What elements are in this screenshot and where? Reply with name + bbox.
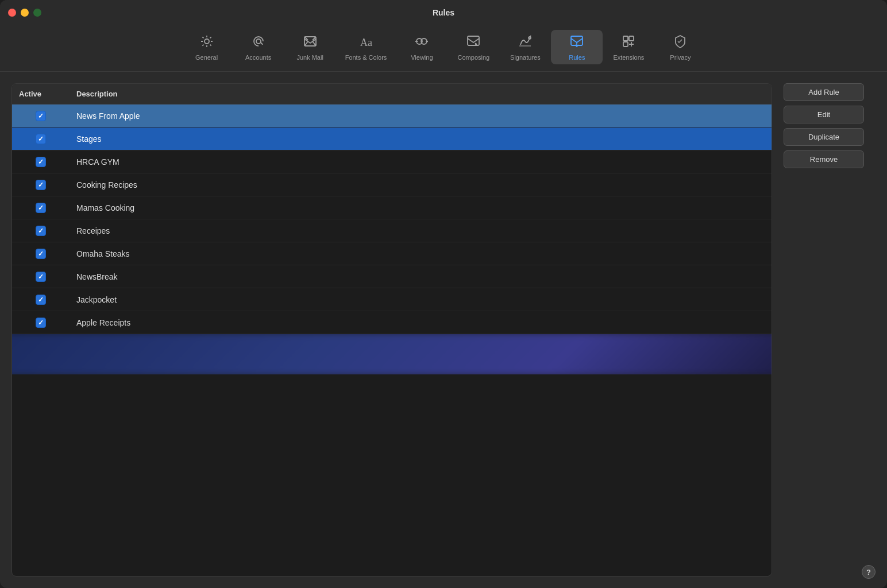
gear-icon xyxy=(199,33,215,52)
traffic-lights xyxy=(8,9,41,17)
signatures-icon xyxy=(517,33,533,52)
active-cell: ✓ xyxy=(12,111,70,121)
rules-icon xyxy=(569,33,585,52)
toolbar-item-accounts[interactable]: Accounts xyxy=(233,30,284,64)
checkmark: ✓ xyxy=(38,296,44,303)
checkbox[interactable]: ✓ xyxy=(36,318,46,328)
svg-point-0 xyxy=(205,39,209,44)
checkbox[interactable]: ✓ xyxy=(36,226,46,236)
main-window: Rules General Accounts xyxy=(0,0,887,588)
remove-button[interactable]: Remove xyxy=(784,150,864,168)
svg-point-1 xyxy=(256,39,261,44)
table-header: Active Description xyxy=(12,84,772,105)
description-cell: NewsBreak xyxy=(70,272,772,281)
table-row[interactable]: ✓ Apple Receipts xyxy=(12,311,772,334)
main-content: Active Description ✓ News From Apple xyxy=(0,72,887,588)
maximize-button[interactable] xyxy=(33,9,41,17)
edit-button[interactable]: Edit xyxy=(784,106,864,123)
column-header-description: Description xyxy=(70,90,772,98)
active-cell: ✓ xyxy=(12,318,70,328)
table-row[interactable]: ✓ Mamas Cooking xyxy=(12,196,772,219)
toolbar-label-fonts-colors: Fonts & Colors xyxy=(345,54,387,61)
active-cell: ✓ xyxy=(12,157,70,167)
toolbar-label-accounts: Accounts xyxy=(245,54,271,61)
active-cell: ✓ xyxy=(12,226,70,236)
svg-line-5 xyxy=(304,41,308,46)
toolbar-label-signatures: Signatures xyxy=(510,54,541,61)
checkbox[interactable]: ✓ xyxy=(36,272,46,282)
checkbox[interactable]: ✓ xyxy=(36,249,46,259)
fonts-icon: Aa xyxy=(358,33,374,52)
toolbar-item-general[interactable]: General xyxy=(181,30,233,64)
toolbar-label-viewing: Viewing xyxy=(411,54,433,61)
duplicate-button[interactable]: Duplicate xyxy=(784,128,864,146)
window-title: Rules xyxy=(433,8,454,17)
svg-rect-14 xyxy=(623,36,628,41)
table-body: ✓ News From Apple ✓ Stages xyxy=(12,105,772,374)
rules-table: Active Description ✓ News From Apple xyxy=(11,83,772,577)
toolbar-label-rules: Rules xyxy=(569,54,585,61)
svg-line-6 xyxy=(313,41,316,46)
toolbar-item-rules[interactable]: Rules xyxy=(551,30,603,64)
add-rule-button[interactable]: Add Rule xyxy=(784,83,864,101)
table-row[interactable]: ✓ News From Apple xyxy=(12,105,772,127)
toolbar-label-junk-mail: Junk Mail xyxy=(296,54,323,61)
table-row[interactable]: ✓ Jackpocket xyxy=(12,288,772,311)
at-icon xyxy=(250,33,267,52)
checkbox[interactable]: ✓ xyxy=(36,157,46,167)
toolbar-item-extensions[interactable]: Extensions xyxy=(603,30,654,64)
checkbox[interactable]: ✓ xyxy=(36,111,46,121)
checkmark: ✓ xyxy=(38,319,44,326)
description-cell: Cooking Recipes xyxy=(70,180,772,189)
description-cell: Stages xyxy=(70,134,772,144)
active-cell: ✓ xyxy=(12,249,70,259)
table-row[interactable]: ✓ Omaha Steaks xyxy=(12,242,772,265)
active-cell: ✓ xyxy=(12,134,70,144)
toolbar-item-fonts-colors[interactable]: Aa Fonts & Colors xyxy=(336,30,396,64)
description-cell: Apple Receipts xyxy=(70,318,772,327)
toolbar-item-junk-mail[interactable]: Junk Mail xyxy=(284,30,336,64)
column-header-active: Active xyxy=(12,90,70,98)
table-row[interactable]: ✓ Stages xyxy=(12,127,772,150)
toolbar-label-composing: Composing xyxy=(458,54,490,61)
privacy-icon xyxy=(672,33,688,52)
checkmark: ✓ xyxy=(38,136,44,142)
active-cell: ✓ xyxy=(12,272,70,282)
checkmark: ✓ xyxy=(38,181,44,188)
toolbar-item-composing[interactable]: Composing xyxy=(448,30,499,64)
active-cell: ✓ xyxy=(12,295,70,305)
close-button[interactable] xyxy=(8,9,16,17)
toolbar-label-privacy: Privacy xyxy=(670,54,691,61)
checkmark: ✓ xyxy=(38,250,44,257)
checkbox[interactable]: ✓ xyxy=(36,180,46,190)
svg-text:Aa: Aa xyxy=(360,37,372,48)
description-cell: Jackpocket xyxy=(70,295,772,304)
action-buttons: Add Rule Edit Duplicate Remove xyxy=(784,83,876,577)
checkmark: ✓ xyxy=(38,113,44,119)
description-cell: Mamas Cooking xyxy=(70,203,772,212)
description-cell: HRCA GYM xyxy=(70,157,772,167)
table-row[interactable]: ✓ HRCA GYM xyxy=(12,150,772,173)
minimize-button[interactable] xyxy=(21,9,29,17)
viewing-icon xyxy=(414,33,430,52)
table-row[interactable]: ✓ Receipes xyxy=(12,219,772,242)
toolbar: General Accounts xyxy=(0,25,887,72)
table-row[interactable]: ✓ NewsBreak xyxy=(12,265,772,288)
checkmark: ✓ xyxy=(38,273,44,280)
junk-icon xyxy=(302,33,318,52)
toolbar-item-viewing[interactable]: Viewing xyxy=(396,30,448,64)
svg-rect-16 xyxy=(629,36,634,41)
checkmark: ✓ xyxy=(38,227,44,234)
toolbar-item-privacy[interactable]: Privacy xyxy=(654,30,706,64)
checkbox[interactable]: ✓ xyxy=(36,295,46,305)
toolbar-item-signatures[interactable]: Signatures xyxy=(499,30,551,64)
toolbar-label-extensions: Extensions xyxy=(613,54,644,61)
extensions-icon xyxy=(620,33,637,52)
checkbox[interactable]: ✓ xyxy=(36,134,46,144)
help-button[interactable]: ? xyxy=(862,565,876,579)
table-row[interactable]: ✓ Cooking Recipes xyxy=(12,173,772,196)
svg-rect-15 xyxy=(623,42,628,47)
checkbox[interactable]: ✓ xyxy=(36,203,46,213)
description-cell: News From Apple xyxy=(70,111,772,121)
description-cell: Omaha Steaks xyxy=(70,249,772,258)
